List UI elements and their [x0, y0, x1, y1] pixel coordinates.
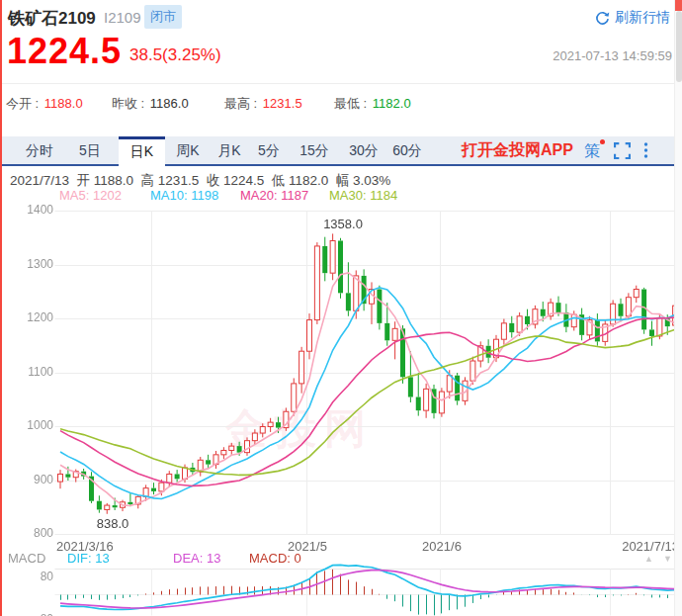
ma5-legend: MA5: 1202	[59, 188, 122, 203]
high-annotation: 1358.0	[323, 217, 363, 231]
scrollbar-top-marker	[675, 0, 682, 11]
y-axis-tick: 1200	[0, 310, 53, 324]
ma20-legend: MA20: 1187	[240, 188, 308, 203]
divider	[0, 83, 682, 84]
tab-weekly-k[interactable]: 周K	[176, 136, 199, 164]
y-axis-tick: 1300	[0, 257, 53, 271]
refresh-label: 刷新行情	[615, 9, 670, 27]
ma10-legend: MA10: 1198	[150, 188, 218, 203]
period-tab-bar: 分时 5日 日K 周K 月K 5分 15分 30分 60分 打开金投网APP 策	[0, 136, 682, 166]
tab-5day[interactable]: 5日	[79, 136, 101, 164]
y-axis-tick: 1400	[0, 203, 53, 217]
stat-prev-close-value: 1186.0	[150, 96, 189, 111]
macd-scale-top: 80	[0, 570, 53, 583]
y-axis-tick: 800	[0, 526, 53, 540]
more-menu-icon[interactable]	[643, 141, 648, 163]
notification-dot	[600, 139, 605, 144]
ma30-legend: MA30: 1184	[329, 188, 397, 203]
refresh-icon	[595, 11, 610, 26]
strategy-button[interactable]: 策	[584, 141, 600, 162]
y-axis-tick: 900	[0, 473, 53, 486]
stat-high-value: 1231.5	[263, 96, 302, 111]
open-app-link[interactable]: 打开金投网APP	[462, 140, 573, 161]
scrollbar-thumb[interactable]	[676, 11, 682, 82]
tab-daily-k[interactable]: 日K	[119, 136, 165, 166]
candlestick-canvas[interactable]	[0, 203, 682, 544]
collapse-up-icon[interactable]: ▲	[644, 554, 653, 564]
y-axis-tick: 1100	[0, 365, 53, 379]
tab-minute[interactable]: 分时	[26, 136, 53, 164]
stat-high: 最高 : 1231.5	[224, 95, 302, 113]
x-axis-label: 2021/7/13	[622, 539, 679, 554]
low-annotation: 838.0	[97, 516, 129, 531]
quote-timestamp: 2021-07-13 14:59:59	[553, 48, 672, 63]
contract-title: 铁矿石2109	[8, 7, 96, 30]
collapse-down-icon[interactable]: ▼	[663, 554, 672, 564]
y-axis-tick: 1000	[0, 418, 53, 432]
scrollbar-track[interactable]	[674, 0, 682, 616]
tab-60min[interactable]: 60分	[392, 136, 422, 164]
stat-low: 最低 : 1182.0	[334, 95, 411, 113]
last-price: 1224.5	[7, 34, 122, 69]
price-change: 38.5(3.25%)	[129, 45, 221, 65]
tab-monthly-k[interactable]: 月K	[217, 136, 240, 164]
stat-low-value: 1182.0	[373, 96, 411, 111]
macd-canvas[interactable]	[0, 564, 682, 616]
tab-15min[interactable]: 15分	[299, 136, 329, 164]
macd-scale-bottom: -80	[0, 612, 53, 616]
stat-open: 今开 : 1188.0	[6, 95, 83, 113]
stat-prev-close: 昨收 : 1186.0	[112, 95, 189, 113]
market-status-badge: 闭市	[144, 5, 182, 29]
page-left-accent-border	[0, 0, 2, 616]
tab-30min[interactable]: 30分	[349, 136, 379, 164]
x-axis-label: 2021/6	[422, 539, 462, 554]
contract-code: I2109	[104, 9, 141, 26]
fullscreen-icon[interactable]	[614, 142, 631, 163]
tab-5min[interactable]: 5分	[258, 136, 280, 164]
stat-open-value: 1188.0	[44, 96, 83, 111]
refresh-quotes-button[interactable]: 刷新行情	[595, 9, 670, 27]
